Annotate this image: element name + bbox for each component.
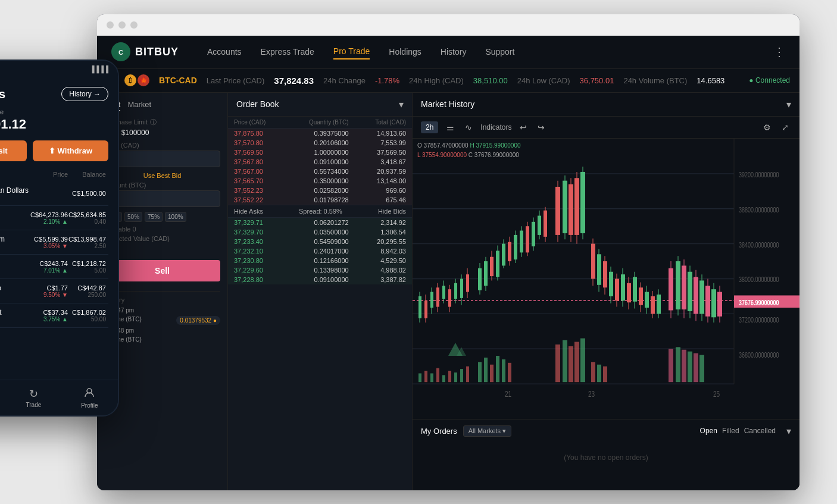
asset-row-dot[interactable]: ● Polkadot DOT C$37.34 3.75% ▲ C$1,867.0… [0, 303, 108, 328]
ob-col-total: Total (CAD) [349, 119, 406, 126]
last-price-value: 37,824.83 [274, 76, 314, 86]
cad-names: Canadian Dollars CAD [0, 186, 29, 201]
use-best-bid-link[interactable]: Use Best Bid [104, 172, 220, 179]
pct-100-btn[interactable]: 100% [165, 212, 186, 222]
eth-names: Ethereum ETH [0, 235, 5, 250]
svg-rect-128 [669, 349, 673, 382]
bid-price-7: 37,228.80 [234, 276, 291, 283]
ask-price-7: 37,552.23 [234, 187, 291, 194]
candlestick-chart: 39200.00000000 38800.00000000 38400.0000… [413, 139, 799, 419]
mobile-history-btn[interactable]: History → [61, 87, 108, 101]
order-book-header: Order Book ▾ [228, 93, 412, 117]
svg-rect-126 [597, 364, 601, 381]
line-chart-icon[interactable]: ∿ [463, 121, 474, 133]
tab-market[interactable]: Market [127, 100, 151, 111]
asset-row-eth[interactable]: Ξ Ethereum ETH C$5,599.39 3.05% ▼ C$13,9… [0, 230, 108, 255]
dot-name: Polkadot [0, 308, 2, 317]
tab-filled[interactable]: Filled [722, 427, 739, 435]
dot-change: 3.75% ▲ [30, 316, 68, 323]
profile-nav-icon [84, 387, 95, 401]
asset-row-cad[interactable]: C$ Canadian Dollars CAD C$1,500.00 [0, 181, 108, 206]
pct-75-btn[interactable]: 75% [145, 212, 163, 222]
asset-row-btc[interactable]: ₿ Bitcoin BTC C$64,273.96 2.10% ▲ C$25,6… [0, 206, 108, 230]
settings-icon[interactable]: ⚙ [761, 121, 773, 133]
svg-rect-114 [478, 362, 482, 382]
logo-icon: C [111, 42, 130, 61]
pct-50-btn[interactable]: 50% [124, 212, 142, 222]
history-row-1: 4:50:47 pm [104, 307, 220, 314]
expected-value-row: Expected Value (CAD) 0.00 [104, 235, 220, 251]
ask-total-3: 37,569.50 [349, 149, 406, 156]
redo-icon[interactable]: ↪ [535, 121, 547, 133]
nav-express-trade[interactable]: Express Trade [261, 45, 314, 59]
tab-cancelled[interactable]: Cancelled [744, 427, 776, 435]
time-btn-2h[interactable]: 2h [421, 121, 438, 133]
nav-accounts[interactable]: Accounts [207, 45, 242, 59]
logo-text: BITBUY [135, 46, 179, 58]
svg-text:37676.99000000: 37676.99000000 [739, 298, 779, 306]
all-markets-btn[interactable]: All Markets ▾ [463, 425, 511, 437]
bid-qty-5: 0.12166000 [291, 257, 348, 264]
order-book-chevron[interactable]: ▾ [399, 99, 404, 110]
mobile-withdraw-btn[interactable]: ⬆ Withdraw [33, 140, 108, 161]
fullscreen-icon[interactable]: ⤢ [779, 121, 791, 133]
svg-rect-133 [699, 355, 704, 382]
ask-row-1: 37,875.80 0.39375000 14,913.60 [228, 129, 412, 138]
mobile-deposit-btn[interactable]: ⬇ Deposit [0, 140, 27, 161]
svg-rect-112 [460, 369, 463, 382]
connection-status: Connected [749, 76, 790, 84]
nav-history[interactable]: History [441, 45, 467, 59]
hide-asks-btn[interactable]: Hide Asks [234, 208, 263, 215]
ask-qty-6: 0.35000000 [291, 177, 348, 184]
last-price-label: Last Price (CAD) [207, 76, 265, 85]
ada-names: Cardano ADA [0, 284, 1, 299]
bid-total-7: 3,387.82 [349, 276, 406, 283]
asset-row-ada[interactable]: ₳ Cardano ADA C$1.77 9.50% ▼ C$442.87 25… [0, 279, 108, 303]
browser-window: C BITBUY Accounts Express Trade Pro Trad… [97, 14, 799, 490]
undo-icon[interactable]: ↩ [517, 121, 529, 133]
hide-bids-btn[interactable]: Hide Bids [378, 208, 406, 215]
eth-symbol: ETH [0, 243, 5, 250]
dot-info: ● Polkadot DOT [0, 308, 30, 323]
market-history-chevron[interactable]: ▾ [786, 99, 791, 110]
bid-row-4: 37,232.10 0.24017000 8,942.03 [228, 246, 412, 256]
trade-nav-label: Trade [26, 402, 42, 408]
bid-row-5: 37,230.80 0.12166000 4,529.50 [228, 256, 412, 265]
btc-balance: C$25,634.85 0.40 [68, 211, 106, 225]
nav-support[interactable]: Support [485, 45, 514, 59]
nav-holdings[interactable]: Holdings [389, 45, 421, 59]
order-type-tabs: Limit Market [104, 100, 220, 111]
trading-pair[interactable]: BTC-CAD [159, 76, 197, 85]
nav-pro-trade[interactable]: Pro Trade [333, 44, 370, 60]
chart-type-icon[interactable]: ⚌ [444, 121, 457, 133]
bid-row-2: 37,329.70 0.03500000 1,306.54 [228, 227, 412, 237]
price-input[interactable] [104, 151, 220, 167]
sell-button[interactable]: Sell [104, 260, 220, 281]
amount-input[interactable] [104, 190, 220, 207]
browser-chrome [97, 14, 799, 36]
tab-open[interactable]: Open [700, 427, 717, 435]
my-orders-title: My Orders [421, 427, 457, 436]
svg-rect-120 [555, 344, 560, 381]
logo[interactable]: C BITBUY [111, 42, 179, 61]
svg-rect-127 [603, 366, 607, 381]
sol-price: C$243.74 [30, 260, 68, 267]
svg-rect-124 [580, 338, 585, 382]
volume-value: 14.6583 [697, 76, 724, 85]
nav-more-icon[interactable]: ⋮ [773, 45, 785, 59]
svg-rect-105 [418, 373, 421, 382]
dropdown-arrow-icon: ▾ [502, 427, 506, 434]
indicators-btn[interactable]: Indicators [480, 123, 511, 132]
cad-name: Canadian Dollars [0, 186, 29, 195]
svg-rect-125 [591, 362, 595, 382]
svg-text:38400.00000000: 38400.00000000 [739, 240, 779, 248]
svg-rect-121 [563, 340, 567, 382]
mobile-nav-trade[interactable]: ↻ Trade [26, 387, 42, 408]
ask-qty-2: 0.20106000 [291, 139, 348, 146]
expected-label: Expected Value (CAD) [104, 235, 220, 242]
asset-row-sol[interactable]: ◎ Solana SOL C$243.74 7.01% ▲ C$1,218.72… [0, 255, 108, 279]
my-orders-chevron[interactable]: ▾ [786, 425, 791, 437]
ask-row-5: 37,567.00 0.55734000 20,937.59 [228, 167, 412, 176]
history-vol-row-1: Volume (BTC) 0.01379532 ● [104, 316, 220, 325]
mobile-nav-profile[interactable]: Profile [81, 387, 98, 409]
